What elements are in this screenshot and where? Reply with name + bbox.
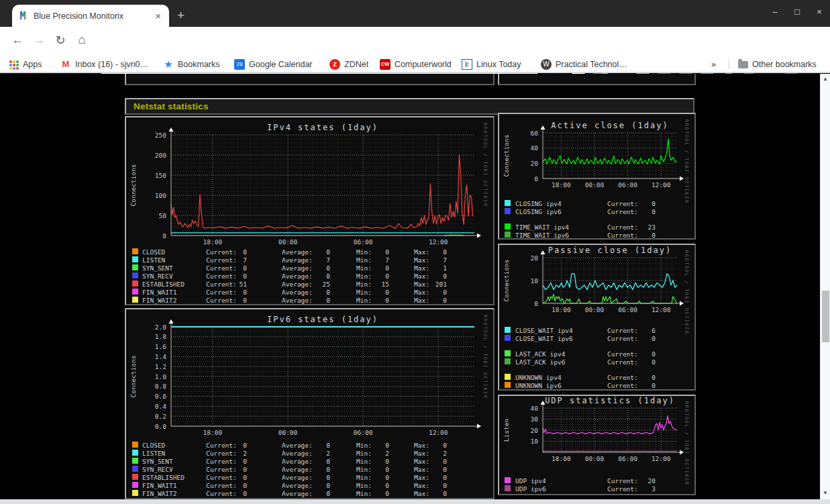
bookmark-calendar[interactable]: 28Google Calendar bbox=[234, 58, 313, 70]
scroll-down-icon[interactable]: ▼ bbox=[821, 490, 830, 496]
legend-swatch bbox=[132, 289, 138, 295]
bookmarks-bar: Apps MInbox (16) - sjvn0…★Bookmarks28Goo… bbox=[0, 55, 830, 73]
svg-text:0.8: 0.8 bbox=[155, 383, 166, 390]
legend-swatch bbox=[132, 264, 138, 270]
legend-row: LISTENCurrent:7Average:7Min:7Max:7 bbox=[126, 256, 493, 264]
legend-swatch bbox=[505, 350, 511, 356]
reload-icon[interactable]: ↻ bbox=[52, 33, 68, 48]
bookmark-star[interactable]: ★Bookmarks bbox=[163, 58, 220, 70]
svg-text:RRDTOOL / TOBI OETIKER: RRDTOOL / TOBI OETIKER bbox=[482, 315, 488, 399]
svg-text:Listen: Listen bbox=[503, 419, 510, 442]
svg-text:1.4: 1.4 bbox=[155, 353, 166, 360]
cw-icon: CW bbox=[380, 59, 391, 70]
bookmark-label: Google Calendar bbox=[249, 60, 313, 69]
svg-text:20: 20 bbox=[531, 254, 539, 262]
bookmark-label: Inbox (16) - sjvn0… bbox=[75, 60, 148, 69]
back-icon[interactable]: ← bbox=[9, 33, 25, 47]
legend-row: LISTENCurrent:2Average:2Min:2Max:2 bbox=[126, 450, 493, 457]
scroll-up-icon[interactable]: ▲ bbox=[821, 76, 830, 82]
apps-shortcut[interactable]: Apps bbox=[9, 58, 42, 70]
new-tab-button[interactable]: + bbox=[177, 8, 185, 23]
legend-swatch bbox=[132, 474, 138, 480]
chart-ipv6-states[interactable]: 0.00.20.40.60.81.01.21.41.61.82.018:0000… bbox=[125, 308, 495, 499]
legend-row: FIN_WAIT1Current:0Average:0Min:0Max:0 bbox=[126, 289, 493, 296]
svg-text:10: 10 bbox=[531, 438, 539, 445]
svg-text:0: 0 bbox=[534, 300, 538, 307]
svg-text:20: 20 bbox=[531, 427, 539, 434]
legend-row: CLOSEDCurrent:0Average:0Min:0Max:0 bbox=[126, 248, 493, 256]
svg-text:Connections: Connections bbox=[503, 260, 510, 302]
window-maximize-icon[interactable]: □ bbox=[792, 7, 802, 17]
apps-label: Apps bbox=[23, 60, 42, 69]
legend-swatch bbox=[505, 374, 511, 380]
svg-text:60: 60 bbox=[531, 130, 539, 137]
legend-row: LAST_ACK ipv4Current:0 bbox=[499, 350, 694, 358]
bookmark-wordpress[interactable]: WPractical Technol… bbox=[541, 58, 627, 70]
legend-row: CLOSING ipv6Current:0 bbox=[499, 208, 694, 215]
chart-passive-close[interactable]: 0102018:0000:0006:0012:00Passive close (… bbox=[498, 244, 696, 391]
bookmark-linuxtoday[interactable]: ltLinux Today bbox=[462, 58, 521, 70]
legend-swatch bbox=[505, 208, 511, 214]
legend-row: UDP ipv6Current:3 bbox=[499, 485, 694, 493]
svg-text:1.0: 1.0 bbox=[155, 373, 166, 381]
legend-swatch bbox=[505, 335, 511, 341]
browser-tab[interactable]: M Blue Precision Monitorix × bbox=[12, 5, 169, 27]
window-close-icon[interactable]: × bbox=[814, 7, 825, 17]
chart-udp-statistics[interactable]: 1020304018:0000:0006:0012:00UDP statisti… bbox=[498, 395, 696, 495]
legend-swatch bbox=[132, 466, 138, 472]
legend-row: SYN_SENTCurrent:0Average:0Min:0Max:0 bbox=[126, 458, 493, 465]
folder-icon bbox=[738, 61, 748, 68]
bookmarks-overflow-chevron[interactable]: » bbox=[711, 58, 716, 70]
svg-text:UDP statistics (1day): UDP statistics (1day) bbox=[545, 396, 675, 405]
window-minimize-icon[interactable]: – bbox=[770, 7, 780, 17]
svg-text:0: 0 bbox=[162, 232, 166, 240]
svg-text:0: 0 bbox=[534, 175, 538, 183]
svg-text:Connections: Connections bbox=[129, 356, 137, 398]
linuxtoday-icon: lt bbox=[462, 59, 472, 70]
scrollbar-thumb[interactable] bbox=[822, 291, 829, 342]
star-icon: ★ bbox=[163, 59, 174, 70]
legend-row: TIME_WAIT ipv4Current:23 bbox=[499, 223, 694, 231]
legend-row: FIN_WAIT1Current:0Average:0Min:0Max:0 bbox=[126, 482, 493, 489]
svg-text:0.2: 0.2 bbox=[155, 413, 166, 420]
bookmark-label: Linux Today bbox=[476, 60, 521, 69]
svg-text:10: 10 bbox=[531, 277, 539, 285]
svg-text:RRDTOOL / TOBI OETIKER: RRDTOOL / TOBI OETIKER bbox=[684, 250, 689, 335]
home-icon[interactable]: ⌂ bbox=[74, 33, 90, 47]
legend-swatch bbox=[132, 458, 138, 464]
chart-ipv4-states[interactable]: 05010015020025018:0000:0006:0012:00IPv4 … bbox=[125, 116, 495, 305]
svg-text:06:00: 06:00 bbox=[618, 306, 637, 313]
svg-text:12:00: 12:00 bbox=[429, 238, 448, 246]
vertical-scrollbar[interactable]: ▲ ▼ bbox=[820, 74, 830, 499]
bookmark-label: Computerworld bbox=[395, 60, 452, 69]
legend-swatch bbox=[132, 297, 138, 303]
svg-text:0.0: 0.0 bbox=[155, 423, 166, 430]
zdnet-icon: Z bbox=[329, 59, 340, 70]
chart-active-close[interactable]: 020406018:0000:0006:0012:00Active close … bbox=[498, 113, 696, 240]
svg-text:18:00: 18:00 bbox=[203, 429, 223, 436]
legend-row: UNKNOWN ipv4Current:0 bbox=[499, 374, 694, 381]
wordpress-icon: W bbox=[541, 59, 552, 70]
other-bookmarks-folder[interactable]: Other bookmarks bbox=[738, 58, 817, 70]
legend-row: SYN_SENTCurrent:0Average:0Min:0Max:1 bbox=[126, 264, 493, 272]
legend-row: ESTABLISHEDCurrent:0Average:0Min:0Max:0 bbox=[126, 474, 493, 481]
bookmark-zdnet[interactable]: ZZDNet bbox=[329, 58, 368, 70]
svg-text:20: 20 bbox=[531, 160, 539, 167]
svg-text:Active close (1day): Active close (1day) bbox=[551, 121, 668, 130]
legend-row: SYN_RECVCurrent:0Average:0Min:0Max:0 bbox=[126, 466, 493, 473]
legend-swatch bbox=[505, 485, 511, 491]
svg-text:00:00: 00:00 bbox=[278, 238, 298, 246]
svg-text:00:00: 00:00 bbox=[278, 429, 298, 436]
svg-text:18:00: 18:00 bbox=[552, 181, 571, 189]
svg-text:30: 30 bbox=[531, 415, 539, 423]
svg-text:12:00: 12:00 bbox=[429, 429, 448, 436]
legend-swatch bbox=[132, 256, 138, 262]
legend-swatch bbox=[505, 327, 511, 333]
bookmark-cw[interactable]: CWComputerworld bbox=[380, 58, 452, 70]
legend-row: CLOSING ipv4Current:0 bbox=[499, 200, 694, 207]
bookmark-gmail[interactable]: MInbox (16) - sjvn0… bbox=[60, 58, 148, 70]
legend-row: CLOSE_WAIT ipv4Current:6 bbox=[499, 327, 694, 334]
legend-swatch bbox=[505, 477, 511, 483]
svg-text:06:00: 06:00 bbox=[354, 238, 373, 246]
tab-close-icon[interactable]: × bbox=[152, 10, 164, 21]
